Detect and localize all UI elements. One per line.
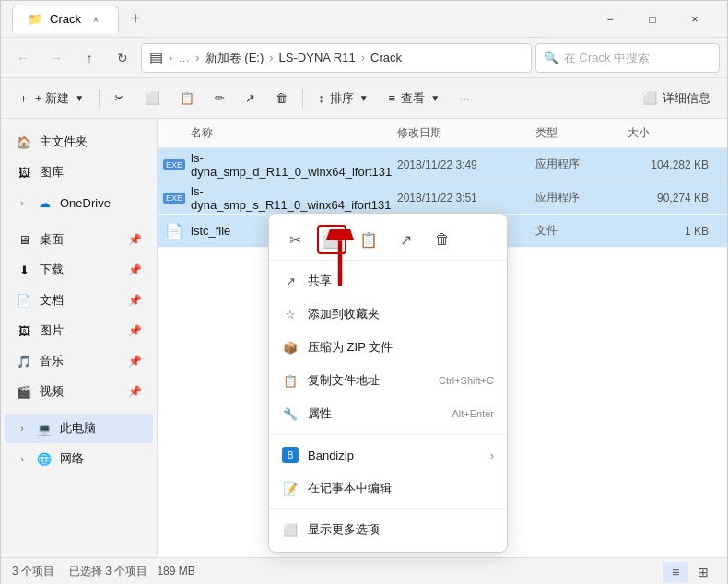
col-date-header[interactable]: 修改日期 (397, 125, 535, 141)
breadcrumb[interactable]: ▤ › … › 新加卷 (E:) › LS-DYNA R11 › Crack (141, 43, 532, 73)
refresh-button[interactable]: ↻ (108, 43, 137, 73)
share-menu-icon: ↗ (282, 273, 299, 289)
sidebar-item-network[interactable]: › 🌐 网络 (5, 444, 153, 473)
title-bar: 📁 Crack × + − □ × (1, 1, 727, 38)
ctx-item-copy-path[interactable]: 📋 复制文件地址 Ctrl+Shift+C (269, 364, 507, 397)
sidebar-onedrive-label: OneDrive (60, 196, 111, 210)
view-button[interactable]: ≡ 查看 ▼ (380, 84, 450, 113)
pin-icon4: 📌 (128, 324, 142, 337)
share-button[interactable]: ↗ (236, 84, 264, 113)
breadcrumb-drive[interactable]: 新加卷 (E:) (205, 50, 264, 66)
pin-icon: 📌 (128, 233, 142, 246)
ctx-copy-button[interactable]: ⬜ (317, 225, 346, 254)
sidebar-pictures-label: 图片 (40, 322, 64, 339)
properties-icon: 🔧 (282, 405, 299, 422)
ctx-delete-button[interactable]: 🗑 (428, 225, 457, 254)
file-row[interactable]: EXE ls-dyna_smp_s_R11_0_winx64_ifort131 … (158, 181, 727, 215)
col-name-header[interactable]: 名称 (165, 125, 397, 141)
ctx-separator2 (269, 508, 507, 509)
new-tab-button[interactable]: + (123, 6, 148, 32)
cut-icon: ✂ (114, 91, 124, 105)
cut-button[interactable]: ✂ (105, 84, 134, 113)
title-tab[interactable]: 📁 Crack × (12, 6, 119, 33)
sidebar-item-gallery[interactable]: 🖼 图库 (5, 158, 153, 187)
minimize-button[interactable]: − (589, 5, 631, 34)
ctx-item-add-favorites[interactable]: ☆ 添加到收藏夹 (269, 298, 507, 331)
file-row[interactable]: EXE ls-dyna_smp_d_R11_0_winx64_ifort131 … (158, 148, 727, 181)
sort-icon: ↕ (318, 91, 324, 105)
delete-icon: 🗑 (276, 91, 288, 105)
ctx-properties-shortcut: Alt+Enter (452, 408, 494, 419)
expand-icon: › (16, 196, 29, 209)
ctx-item-compress-zip[interactable]: 📦 压缩为 ZIP 文件 (269, 331, 507, 364)
sidebar-item-pictures[interactable]: 🖼 图片 📌 (5, 316, 153, 345)
copy-files-icon: ⬜ (322, 229, 342, 250)
file-name-2: ls-dyna_smp_s_R11_0_winx64_ifort131 (191, 184, 397, 212)
up-button[interactable]: ↑ (75, 43, 104, 73)
ctx-item-open-notepad[interactable]: 📝 在记事本中编辑 (269, 472, 507, 505)
sidebar-item-downloads[interactable]: ⬇ 下载 📌 (5, 255, 153, 285)
search-placeholder: 在 Crack 中搜索 (564, 50, 650, 66)
maximize-button[interactable]: □ (631, 5, 674, 34)
ctx-cut-button[interactable]: ✂ (280, 225, 310, 254)
list-view-button[interactable]: ≡ (663, 562, 688, 582)
thispc-icon: 💻 (36, 420, 53, 437)
forward-button[interactable]: → (41, 43, 71, 73)
search-box[interactable]: 🔍 在 Crack 中搜索 (535, 43, 720, 73)
file-type-3: 文件 (535, 223, 628, 239)
breadcrumb-folder1[interactable]: LS-DYNA R11 (279, 51, 356, 64)
pin-icon2: 📌 (128, 263, 142, 276)
zip-icon: 📦 (282, 339, 299, 356)
status-count: 3 个项目 (12, 564, 54, 579)
details-button[interactable]: ⬜ 详细信息 (633, 84, 720, 113)
paste-button[interactable]: 📋 (170, 84, 204, 113)
ctx-item-more-options[interactable]: ⬜ 显示更多选项 (269, 513, 507, 546)
toolbar-separator2 (302, 89, 303, 108)
ctx-share-button[interactable]: ↗ (391, 225, 420, 254)
sidebar-item-thispc[interactable]: › 💻 此电脑 (5, 414, 153, 443)
ctx-paste-button[interactable]: 📋 (354, 225, 383, 254)
back-button[interactable]: ← (8, 43, 38, 73)
copy-icon: ⬜ (145, 91, 159, 105)
breadcrumb-folder2[interactable]: Crack (370, 51, 402, 64)
col-type-header[interactable]: 类型 (535, 125, 628, 141)
more-options-icon: ⬜ (282, 521, 299, 538)
breadcrumb-sep2: › (195, 51, 199, 64)
view-icon: ≡ (389, 91, 396, 105)
sort-button[interactable]: ↕ 排序 ▼ (309, 84, 377, 113)
ctx-item-bandizip[interactable]: B Bandizip › (269, 438, 507, 472)
sidebar-item-onedrive[interactable]: › ☁ OneDrive (5, 188, 153, 217)
col-size-header[interactable]: 大小 (628, 125, 720, 141)
ctx-item-properties[interactable]: 🔧 属性 Alt+Enter (269, 397, 507, 430)
onedrive-icon: ☁ (36, 194, 53, 211)
delete-button[interactable]: 🗑 (266, 84, 297, 113)
sidebar-desktop-label: 桌面 (40, 231, 64, 248)
sidebar-item-videos[interactable]: 🎬 视频 📌 (5, 377, 153, 406)
view-arrow-icon: ▼ (430, 93, 440, 103)
videos-icon: 🎬 (16, 383, 32, 400)
status-bar: 3 个项目 已选择 3 个项目 189 MB ≡ ⊞ (1, 557, 727, 584)
breadcrumb-dots: … (178, 51, 190, 64)
ctx-copy-path-shortcut: Ctrl+Shift+C (439, 375, 494, 386)
thispc-expand-icon: › (16, 422, 29, 435)
sidebar-downloads-label: 下载 (40, 262, 64, 278)
copy-button[interactable]: ⬜ (135, 84, 169, 113)
close-button[interactable]: × (674, 5, 716, 34)
folder-icon: 📁 (28, 12, 42, 26)
tab-close-button[interactable]: × (88, 12, 103, 27)
rename-button[interactable]: ✏ (205, 84, 234, 113)
sidebar-item-music[interactable]: 🎵 音乐 📌 (5, 346, 153, 376)
sidebar-item-desktop[interactable]: 🖥 桌面 📌 (5, 225, 153, 254)
ctx-more-options-label: 显示更多选项 (308, 521, 494, 538)
breadcrumb-sep1: › (169, 51, 172, 64)
grid-view-button[interactable]: ⊞ (690, 562, 716, 582)
ctx-item-share[interactable]: ↗ 共享 (269, 264, 507, 298)
nav-bar: ← → ↑ ↻ ▤ › … › 新加卷 (E:) › LS-DYNA R11 ›… (1, 38, 727, 78)
sidebar-item-home[interactable]: 🏠 主文件夹 (5, 127, 153, 157)
sidebar-thispc-label: 此电脑 (60, 420, 96, 437)
pictures-icon: 🖼 (16, 322, 32, 339)
more-button[interactable]: ··· (451, 84, 479, 113)
ctx-separator (269, 434, 507, 435)
sidebar-item-documents[interactable]: 📄 文档 📌 (5, 286, 153, 315)
new-button[interactable]: ＋ + 新建 ▼ (8, 84, 93, 113)
